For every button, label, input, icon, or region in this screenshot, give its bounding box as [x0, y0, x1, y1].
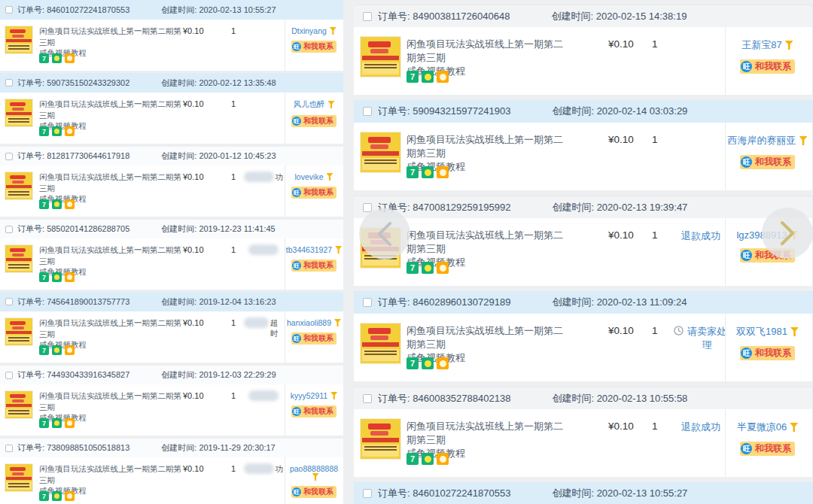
- order-header: 订单号: 745641890013757773 创建时间: 2019-12-04…: [0, 292, 343, 311]
- order-checkbox[interactable]: [363, 107, 372, 116]
- order-checkbox[interactable]: [5, 153, 13, 160]
- buyer-name-link[interactable]: 西海岸的赛丽亚: [728, 134, 796, 147]
- funnel-filter-icon[interactable]: [790, 423, 798, 432]
- order-checkbox[interactable]: [363, 489, 372, 498]
- contact-me-button[interactable]: 旺 和我联系: [291, 187, 336, 199]
- buyer-name-link[interactable]: hanxiaoli889: [287, 318, 331, 327]
- buyer-column: 双双飞1981 旺 和我联系: [725, 314, 809, 381]
- order-checkbox[interactable]: [5, 298, 13, 305]
- green-service-icon: [52, 418, 62, 428]
- funnel-filter-icon[interactable]: [335, 246, 342, 254]
- order-checkbox[interactable]: [363, 394, 372, 403]
- funnel-filter-icon[interactable]: [799, 136, 808, 145]
- seven-day-service-icon: 7: [39, 418, 49, 428]
- product-thumbnail[interactable]: [5, 172, 33, 200]
- buyer-name-link[interactable]: Dtxinyang: [291, 26, 327, 35]
- seven-day-service-icon: 7: [39, 53, 49, 63]
- contact-me-button[interactable]: 旺 和我联系: [740, 442, 795, 456]
- order-checkbox[interactable]: [5, 79, 13, 87]
- order-created-time: 创建时间: 2020-02-12 13:35:48: [161, 77, 276, 89]
- contact-me-button[interactable]: 旺 和我联系: [740, 155, 795, 169]
- product-thumbnail[interactable]: [360, 132, 401, 173]
- product-thumbnail[interactable]: [5, 99, 33, 127]
- order-card: 订单号: 744930433916345827 创建时间: 2019-12-03…: [0, 365, 343, 436]
- funnel-filter-icon[interactable]: [330, 27, 336, 35]
- order-price: ¥0.10: [608, 229, 634, 241]
- funnel-filter-icon[interactable]: [330, 392, 337, 399]
- order-card: 订单号: 590735150243329302 创建时间: 2020-02-12…: [0, 73, 343, 144]
- contact-me-button[interactable]: 旺 和我联系: [291, 260, 336, 272]
- buyer-name-link[interactable]: tb344631927: [286, 245, 332, 254]
- funnel-filter-icon[interactable]: [312, 473, 319, 481]
- chevron-left-icon: [375, 221, 394, 247]
- order-body: 闲鱼项目玩法实战班线上第一期第二期第三期咸鱼视频教程 7 ¥0.10 1 退款成…: [354, 218, 812, 286]
- buyer-name-link[interactable]: 半夏微凉06: [737, 421, 787, 434]
- order-number: 订单号: 849003811726040648: [378, 10, 510, 23]
- order-card: 订单号: 849003811726040648 创建时间: 2020-02-15…: [354, 5, 813, 95]
- carousel-prev-button[interactable]: [359, 208, 410, 260]
- order-checkbox[interactable]: [5, 6, 13, 14]
- contact-me-button[interactable]: 旺 和我联系: [740, 59, 795, 74]
- order-quantity: 1: [652, 229, 658, 241]
- product-thumbnail[interactable]: [360, 36, 401, 77]
- order-quantity: 1: [652, 38, 658, 50]
- green-service-icon: [422, 357, 434, 369]
- funnel-filter-icon[interactable]: [328, 101, 335, 108]
- order-price: ¥0.10: [183, 99, 204, 108]
- product-thumbnail[interactable]: [5, 244, 33, 273]
- order-created-time: 创建时间: 2020-02-13 11:09:24: [552, 296, 687, 309]
- product-thumbnail[interactable]: [360, 418, 401, 460]
- contact-me-button[interactable]: 旺 和我联系: [291, 405, 336, 417]
- order-header: 订单号: 585020141286288705 创建时间: 2019-12-23…: [0, 219, 343, 238]
- funnel-filter-icon[interactable]: [334, 319, 341, 326]
- product-thumbnail[interactable]: [5, 317, 33, 346]
- order-checkbox[interactable]: [5, 226, 13, 233]
- order-checkbox[interactable]: [5, 372, 13, 379]
- buyer-name-link[interactable]: 王新宝87: [741, 38, 781, 52]
- product-thumbnail[interactable]: [5, 463, 33, 492]
- buyer-name-link[interactable]: 风儿也醉: [294, 99, 325, 110]
- contact-me-button[interactable]: 旺 和我联系: [291, 332, 336, 345]
- contact-me-button[interactable]: 旺 和我联系: [740, 346, 795, 360]
- green-service-icon: [422, 166, 434, 178]
- order-price: ¥0.10: [608, 325, 634, 336]
- buyer-column: 半夏微凉06 旺 和我联系: [725, 409, 809, 477]
- product-thumbnail[interactable]: [5, 390, 33, 419]
- order-header: 订单号: 849003811726040648 创建时间: 2020-02-15…: [354, 5, 812, 27]
- order-status-text[interactable]: 退款成功: [681, 421, 720, 434]
- contact-me-button[interactable]: 旺 和我联系: [291, 41, 336, 53]
- order-number: 订单号: 846028960130729189: [378, 296, 510, 309]
- order-checkbox[interactable]: [5, 445, 13, 452]
- wangwang-chat-icon: 旺: [292, 407, 301, 416]
- buyer-name-link[interactable]: kyyy52911: [291, 391, 327, 400]
- contact-me-button[interactable]: 旺 和我联系: [291, 115, 336, 127]
- wangwang-chat-icon: 旺: [741, 156, 752, 168]
- contact-me-button[interactable]: 旺 和我联系: [291, 486, 336, 498]
- order-status-text[interactable]: 请卖家处理: [686, 325, 728, 351]
- funnel-filter-icon[interactable]: [790, 327, 799, 336]
- funnel-filter-icon[interactable]: [785, 41, 793, 50]
- service-badges: 7: [39, 53, 75, 63]
- order-created-time: 创建时间: 2019-12-03 22:29:29: [161, 369, 276, 381]
- order-checkbox[interactable]: [363, 298, 372, 307]
- order-header: 订单号: 846010272241870553 创建时间: 2020-02-13…: [354, 482, 812, 504]
- buyer-name-link[interactable]: 双双飞1981: [736, 325, 787, 339]
- order-body: 闲鱼项目玩法实战班线上第一期第二期第三期咸鱼视频教程 7 ¥0.10 1 请卖家…: [354, 314, 812, 381]
- buyer-name-link[interactable]: lovevike: [295, 172, 324, 181]
- order-checkbox[interactable]: [363, 203, 372, 212]
- order-list-screen: 订单号: 846010272241870553 创建时间: 2020-02-13…: [0, 0, 813, 504]
- buyer-column: pao88888888 旺 和我联系: [285, 457, 343, 504]
- orange-service-icon: [65, 491, 75, 501]
- order-checkbox[interactable]: [363, 12, 372, 21]
- wangwang-chat-icon: 旺: [292, 487, 301, 496]
- order-status-text[interactable]: 退款成功: [681, 229, 720, 243]
- product-thumbnail[interactable]: [360, 323, 401, 364]
- buyer-name-link[interactable]: pao88888888: [290, 464, 338, 473]
- carousel-next-button[interactable]: [762, 208, 813, 259]
- buyer-column: kyyy52911 旺 和我联系: [285, 384, 343, 436]
- product-thumbnail[interactable]: [5, 26, 33, 54]
- orange-service-icon: [437, 262, 449, 274]
- wangwang-chat-icon: 旺: [292, 261, 301, 270]
- green-service-icon: [422, 71, 434, 83]
- funnel-filter-icon[interactable]: [326, 173, 333, 181]
